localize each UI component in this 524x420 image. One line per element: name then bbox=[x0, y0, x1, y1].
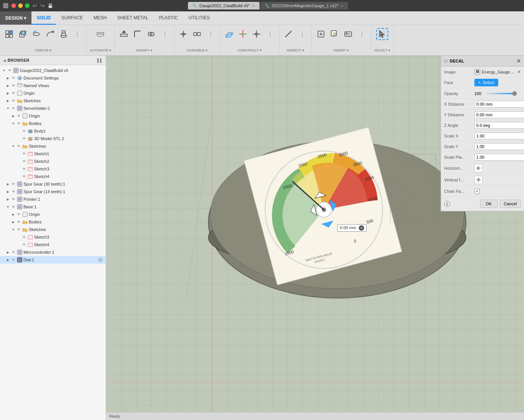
viewport[interactable]: 1000 1500 2000 2500 3000 3500 4000 4500 … bbox=[106, 56, 524, 420]
opacity-knob[interactable] bbox=[512, 91, 517, 96]
tree-item-root[interactable]: ▼ 👁 Gauge2022_ClaatBuild v5 bbox=[0, 67, 106, 74]
sweep-icon[interactable] bbox=[44, 28, 56, 40]
as-built-joint-icon[interactable] bbox=[191, 28, 203, 40]
insert-label[interactable]: INSERT ▾ bbox=[334, 48, 349, 52]
measure-icon[interactable] bbox=[283, 28, 295, 40]
ok-button[interactable]: OK bbox=[480, 200, 497, 208]
tab-sheet-metal[interactable]: SHEET METAL bbox=[112, 11, 153, 25]
tree-item-base[interactable]: ▼ 👁 Base:1 bbox=[0, 203, 106, 211]
tree-item-sketch2[interactable]: 👁 Sketch2 bbox=[0, 158, 106, 165]
eye-base[interactable]: 👁 bbox=[11, 204, 16, 209]
eye-icon[interactable]: 👁 bbox=[7, 68, 12, 73]
opacity-slider[interactable] bbox=[486, 93, 517, 94]
eye-sk4b[interactable]: 👁 bbox=[21, 242, 27, 247]
eye-origin3[interactable]: 👁 bbox=[16, 212, 21, 217]
eye-icon9[interactable]: 👁 bbox=[21, 128, 27, 134]
ydist-input[interactable] bbox=[474, 111, 524, 118]
eye-sketches3[interactable]: 👁 bbox=[16, 227, 21, 232]
eye-icon6[interactable]: 👁 bbox=[11, 106, 16, 111]
sheet-metal-icon[interactable] bbox=[94, 28, 106, 40]
zangle-input[interactable] bbox=[474, 122, 524, 129]
scalex-input[interactable] bbox=[474, 133, 524, 139]
more-insert-icon[interactable]: ⋮ bbox=[356, 28, 368, 40]
offset-plane-icon[interactable] bbox=[223, 28, 235, 40]
dim-more-btn[interactable]: ≡ bbox=[359, 225, 364, 231]
tree-item-sketch4[interactable]: 👁 Sketch4 bbox=[0, 173, 106, 180]
scaleplane-input[interactable] bbox=[474, 154, 524, 161]
eye-icon10[interactable]: 👁 bbox=[21, 136, 27, 141]
tree-item-sketches2[interactable]: ▼ 👁 Sketches bbox=[0, 142, 106, 150]
tab-active[interactable]: 🔧 Gauge2022_ClaatBuild v5* ✕ bbox=[188, 2, 260, 9]
app-grid-icon[interactable] bbox=[3, 3, 8, 8]
combine-icon[interactable] bbox=[145, 28, 157, 40]
eye-s4[interactable]: 👁 bbox=[21, 174, 27, 179]
eye-icon2[interactable]: 👁 bbox=[11, 75, 16, 81]
decal-close-btn[interactable]: ✕ bbox=[516, 58, 521, 64]
tree-item-origin[interactable]: ▶ 👁 Origin bbox=[0, 89, 106, 97]
canvas-icon[interactable] bbox=[342, 28, 354, 40]
loft-icon[interactable] bbox=[58, 28, 70, 40]
tree-item-sketch3b[interactable]: 👁 Sketch3 bbox=[0, 233, 106, 241]
eye-pointer[interactable]: 👁 bbox=[11, 197, 16, 202]
fillet-icon[interactable] bbox=[131, 28, 144, 40]
tree-item-body1[interactable]: 👁 Body1 bbox=[0, 127, 106, 135]
chainfaces-checkbox[interactable]: ✓ bbox=[474, 189, 480, 194]
tree-item-sketch4b[interactable]: 👁 Sketch4 bbox=[0, 241, 106, 248]
image-clear-btn[interactable]: ✕ bbox=[517, 69, 521, 75]
tab-mesh[interactable]: MESH bbox=[88, 11, 112, 25]
press-pull-icon[interactable] bbox=[118, 28, 130, 40]
new-component-icon[interactable] bbox=[3, 28, 15, 40]
tab-surface[interactable]: SURFACE bbox=[56, 11, 88, 25]
tree-item-sketch1[interactable]: 👁 Sketch1 bbox=[0, 150, 106, 158]
tree-item-sketch3[interactable]: 👁 Sketch3 bbox=[0, 165, 106, 173]
tree-item-bodies[interactable]: ▼ 👁 Bodies bbox=[0, 120, 106, 127]
tree-item-sketches[interactable]: ▶ 👁 Sketches bbox=[0, 97, 106, 105]
tree-item-servo[interactable]: ▼ 👁 ServoHolder:1 bbox=[0, 105, 106, 112]
minimize-btn[interactable] bbox=[18, 3, 23, 8]
eye-sk3b[interactable]: 👁 bbox=[21, 234, 27, 240]
eye-spur14[interactable]: 👁 bbox=[11, 189, 16, 194]
tree-item-dial[interactable]: ▶ 👁 Dial:1 bbox=[0, 256, 106, 264]
eye-icon11[interactable]: 👁 bbox=[16, 144, 21, 149]
tab-close-btn[interactable]: ✕ bbox=[252, 4, 255, 8]
eye-s1[interactable]: 👁 bbox=[21, 151, 27, 156]
tree-item-doc-settings[interactable]: ▶ 👁 ⚙️ Document Settings bbox=[0, 74, 106, 82]
design-menu-btn[interactable]: DESIGN ▾ bbox=[0, 11, 31, 25]
tab-plastic[interactable]: PLASTIC bbox=[154, 11, 183, 25]
eye-s3[interactable]: 👁 bbox=[21, 166, 27, 172]
select-label[interactable]: SELECT ▾ bbox=[374, 48, 390, 52]
more-inspect-icon[interactable]: ⋮ bbox=[296, 28, 308, 40]
axis-icon[interactable] bbox=[237, 28, 249, 40]
tree-item-micro[interactable]: ▶ 👁 Microcontroller:1 bbox=[0, 248, 106, 256]
more-create-icon[interactable]: ⋮ bbox=[71, 28, 83, 40]
tab2-close-btn[interactable]: ✕ bbox=[341, 4, 344, 8]
extrude-icon[interactable] bbox=[17, 28, 29, 40]
xdist-input[interactable] bbox=[474, 101, 524, 108]
close-btn[interactable] bbox=[11, 3, 16, 8]
more-assemble-icon[interactable]: ⋮ bbox=[205, 28, 217, 40]
eye-micro[interactable]: 👁 bbox=[11, 250, 16, 255]
tree-item-spur30[interactable]: ▶ 👁 Spur Gear (30 teeth):1 bbox=[0, 180, 106, 188]
point-icon[interactable] bbox=[250, 28, 263, 40]
tab-solid[interactable]: SOLID bbox=[31, 11, 56, 25]
assemble-label[interactable]: ASSEMBLE ▾ bbox=[186, 48, 208, 52]
browser-back-icon[interactable]: ◀ bbox=[3, 58, 6, 62]
vflip-btn[interactable] bbox=[474, 176, 483, 184]
tab-secondary[interactable]: 🔧 2022150mmMagneticGauge_1 v12* ✕ bbox=[260, 2, 348, 9]
eye-icon7[interactable]: 👁 bbox=[16, 113, 21, 119]
tab-utilities[interactable]: UTILITIES bbox=[183, 11, 215, 25]
eye-s2[interactable]: 👁 bbox=[21, 159, 27, 164]
eye-icon4[interactable]: 👁 bbox=[11, 91, 16, 96]
automate-label[interactable]: AUTOMATE ▾ bbox=[90, 48, 111, 52]
eye-icon3[interactable]: 👁 bbox=[11, 83, 16, 88]
scaley-input[interactable] bbox=[474, 143, 524, 150]
more-modify-icon[interactable]: ⋮ bbox=[159, 28, 171, 40]
browser-collapse-icon[interactable]: ▌▌ bbox=[97, 58, 103, 62]
tree-item-stl[interactable]: 👁 3D Model STL 2 bbox=[0, 135, 106, 142]
tree-item-bodies2[interactable]: ▶ 👁 Bodies bbox=[0, 218, 106, 226]
tree-item-origin3[interactable]: ▶ 👁 Origin bbox=[0, 211, 106, 218]
decal-icon[interactable] bbox=[328, 28, 341, 40]
tree-item-named-views[interactable]: ▶ 👁 Named Views bbox=[0, 82, 106, 89]
eye-icon5[interactable]: 👁 bbox=[11, 98, 16, 103]
info-icon[interactable]: ℹ bbox=[444, 201, 450, 207]
